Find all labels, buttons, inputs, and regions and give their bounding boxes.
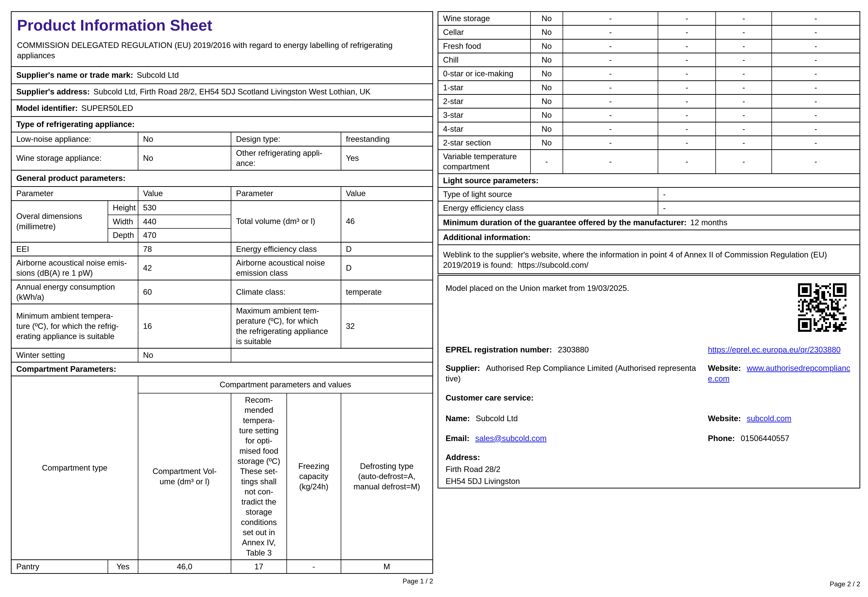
noise-label: Airborne acoustical noise emis- sions (d…: [12, 256, 138, 280]
customer-email-cell: Email: sales@subcold.com: [446, 433, 708, 444]
cell-value: -: [772, 108, 859, 122]
dimensions-label: Overal dimensions (millimetre): [12, 201, 108, 242]
param-header-row: Parameter Value Parameter Value: [12, 186, 433, 200]
cell-value: -: [563, 53, 658, 66]
page-2-supplier-box: Model placed on the Union market from 19…: [438, 275, 860, 489]
customer-website-cell: Website: subcold.com: [708, 413, 852, 424]
customer-name-value: Subcold Ltd: [476, 414, 518, 423]
compartment-label: 3-star: [438, 108, 530, 122]
cell-value: -: [563, 67, 658, 80]
cell-value: -: [772, 122, 859, 135]
table-row: Variable temperature compartment - - - -…: [438, 149, 859, 173]
customer-website-link[interactable]: subcold.com: [747, 414, 791, 423]
cell-value: -: [563, 26, 658, 39]
table-row: 3-star No - - - -: [438, 108, 859, 122]
design-type-label: Design type:: [231, 132, 341, 146]
supplier-address-label: Supplier's address:: [16, 87, 90, 97]
pantry-freezing: -: [286, 560, 341, 573]
page-title: Product Information Sheet: [17, 16, 427, 34]
table-row: 2-star section No - - - -: [438, 135, 859, 149]
title-cell: Product Information Sheet COMMISSION DEL…: [12, 12, 433, 66]
wine-storage-value: No: [138, 147, 231, 170]
light-class-row: Energy efficiency class -: [438, 201, 859, 215]
compartment-heading: Compartment Parameters:: [12, 362, 433, 376]
cell-value: No: [530, 53, 563, 66]
param-header-2: Parameter: [231, 187, 341, 200]
climate-label: Climate class:: [231, 281, 341, 304]
energy-value: 60: [138, 281, 231, 304]
cell-value: No: [530, 12, 563, 25]
eec-label: Energy efficiency class: [231, 243, 341, 255]
compartment-header-row: Compartment type Compartment parameters …: [12, 376, 433, 559]
pantry-defrost: M: [341, 560, 433, 573]
table-row: Chill No - - - -: [438, 53, 859, 66]
cell-value: -: [658, 40, 715, 53]
cell-value: -: [658, 81, 715, 94]
cell-value: -: [715, 95, 772, 108]
customer-email-label: Email:: [446, 434, 470, 443]
weblink-url: https://subcold.com/: [518, 260, 588, 269]
guarantee-row: Minimum duration of the guarantee offere…: [438, 215, 859, 230]
light-class-label: Energy efficiency class: [438, 202, 658, 215]
eei-label: EEI: [12, 243, 138, 255]
qr-code: [798, 283, 846, 332]
guarantee-value: 12 months: [690, 217, 727, 227]
compartment-label: Cellar: [438, 26, 530, 39]
pantry-temp: 17: [231, 560, 286, 573]
cell-value: -: [715, 67, 772, 80]
supplier-label: Supplier:: [446, 364, 480, 373]
address-line-3: United Kingdom: [446, 488, 852, 489]
cell-value: -: [772, 40, 859, 53]
compartment-span-header: Compartment parameters and values: [138, 376, 433, 393]
cell-value: -: [563, 12, 658, 25]
cell-value: -: [772, 53, 859, 66]
customer-email-link[interactable]: sales@subcold.com: [475, 434, 547, 443]
table-row: Wine storage No - - - -: [438, 12, 859, 25]
table-row: 0-star or ice-making No - - - -: [438, 66, 859, 80]
supplier-value: Authorised Rep Compliance Limited (Autho…: [446, 364, 696, 383]
cell-value: -: [658, 67, 715, 80]
winter-setting-row: Winter setting No: [12, 348, 433, 362]
cell-value: No: [530, 136, 563, 149]
weblink-row: Weblink to the supplier's website, where…: [438, 244, 859, 273]
compartment-freezing-header: Freezing capacity (kg/24h): [286, 393, 341, 559]
customer-care-heading: Customer care service:: [446, 392, 852, 403]
additional-heading: Additional information:: [438, 230, 859, 244]
model-identifier-row: Model identifier: SUPER50LED: [12, 100, 433, 116]
cell-value: -: [772, 95, 859, 108]
address-block: Address: Firth Road 28/2 EH54 5DJ Living…: [446, 452, 852, 489]
eec-value: D: [341, 243, 433, 255]
pantry-type: Pantry: [12, 560, 108, 573]
customer-email-row: Email: sales@subcold.com Phone: 01506440…: [446, 433, 852, 444]
model-identifier-cell: Model identifier: SUPER50LED: [12, 100, 433, 116]
cell-value: -: [772, 26, 859, 39]
cell-value: -: [715, 26, 772, 39]
page-1-footer: Page 1 / 2: [11, 578, 433, 585]
eprel-link[interactable]: https://eprel.ec.europa.eu/qr/2303880: [708, 345, 841, 354]
cell-value: -: [563, 150, 658, 173]
cell-value: No: [530, 40, 563, 53]
eei-row: EEI 78 Energy efficiency class D: [12, 242, 433, 255]
cell-value: No: [530, 81, 563, 94]
compartment-type-header: Compartment type: [12, 376, 138, 559]
cell-value: -: [563, 122, 658, 135]
pantry-row: Pantry Yes 46,0 17 - M: [12, 559, 433, 573]
eei-value: 78: [138, 243, 231, 255]
supplier-name-value: Subcold Ltd: [137, 70, 179, 80]
winter-setting-label: Winter setting: [12, 349, 138, 362]
compartment-label: Wine storage: [438, 12, 530, 25]
cell-value: -: [658, 122, 715, 135]
model-identifier-value: SUPER50LED: [81, 103, 133, 113]
dim-depth-label: Depth: [108, 228, 138, 242]
light-type-label: Type of light source: [438, 188, 658, 201]
compartment-label: 2-star section: [438, 136, 530, 149]
energy-label: Annual energy consumption (kWh/a): [12, 281, 138, 304]
cell-value: -: [772, 136, 859, 149]
table-row: 2-star No - - - -: [438, 94, 859, 108]
noise-class-label: Airborne acoustical noise emission class: [231, 256, 341, 280]
light-class-value: -: [658, 202, 859, 215]
cell-value: No: [530, 67, 563, 80]
compartment-label: Fresh food: [438, 40, 530, 53]
type-heading-row: Type of refrigerating appliance:: [12, 116, 433, 132]
table-row: Cellar No - - - -: [438, 25, 859, 39]
